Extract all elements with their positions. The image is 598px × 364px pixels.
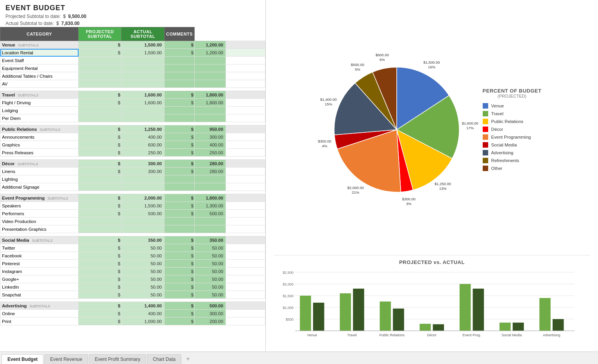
item-label[interactable]: Graphics: [0, 141, 79, 149]
item-label[interactable]: Event Staff: [0, 57, 79, 64]
legend-item-social-media: Social Media: [483, 142, 541, 148]
item-label[interactable]: Announcements: [0, 133, 79, 141]
svg-text:Event
Prog.: Event Prog.: [462, 333, 481, 337]
header-projected: PROJECTEDSUBTOTAL: [79, 27, 122, 41]
bar-actual-1[interactable]: [353, 289, 364, 331]
legend-color: [483, 111, 488, 116]
pie-subtitle: (PROJECTED): [483, 94, 542, 98]
legend-label: Venue: [491, 103, 504, 108]
item-label[interactable]: Google+: [0, 275, 79, 283]
pie-section: $1,500.0016%$1,600.0017%$1,250.0013%$300…: [274, 4, 590, 255]
svg-text:$2,500: $2,500: [283, 271, 294, 275]
svg-text:$350.00: $350.00: [318, 139, 331, 143]
bar-actual-3[interactable]: [433, 324, 444, 331]
actual-label: Actual Subtotal to date:: [5, 21, 54, 26]
bar-section: PROJECTED vs. ACTUAL $500$1,000$1,500$2,…: [274, 255, 590, 348]
svg-text:17%: 17%: [466, 125, 474, 130]
bar-projected-1[interactable]: [340, 293, 351, 331]
app-container: EVENT BUDGET Projected Subtotal to date:…: [0, 0, 598, 364]
item-label[interactable]: Print: [0, 318, 79, 325]
svg-text:Advertising: Advertising: [543, 333, 560, 337]
bar-projected-2[interactable]: [380, 302, 391, 331]
budget-table-wrap[interactable]: CATEGORY PROJECTEDSUBTOTAL ACTUALSUBTOTA…: [0, 27, 265, 352]
item-label[interactable]: Instagram: [0, 268, 79, 275]
item-label[interactable]: Linens: [0, 168, 79, 175]
item-label[interactable]: Twitter: [0, 244, 79, 252]
legend-color: [483, 103, 488, 109]
svg-text:Public
Relations: Public Relations: [379, 333, 405, 337]
pie-right: PERCENT OF BUDGET (PROJECTED) Venue Trav…: [483, 88, 542, 171]
bar-projected-4[interactable]: [460, 284, 471, 331]
item-label[interactable]: Performers: [0, 210, 79, 218]
item-label[interactable]: Flight / Driving: [0, 99, 79, 107]
projected-label: Projected Subtotal to date:: [5, 14, 61, 19]
svg-text:Venue: Venue: [307, 333, 317, 337]
svg-text:5%: 5%: [355, 67, 360, 71]
item-label[interactable]: Facebook: [0, 252, 79, 260]
legend-label: Event Programming: [491, 135, 531, 139]
bar-projected-0[interactable]: [300, 296, 311, 331]
pie-title-block: PERCENT OF BUDGET (PROJECTED): [483, 88, 542, 98]
bar-actual-0[interactable]: [313, 303, 324, 331]
svg-text:$1,500.00: $1,500.00: [423, 60, 440, 64]
item-label[interactable]: Per Diem: [0, 114, 79, 122]
tab-chart-data[interactable]: Chart Data: [147, 354, 181, 364]
item-label[interactable]: Equipment Rental: [0, 64, 79, 72]
projected-dollar: $: [63, 14, 66, 19]
tab-event-profit-summary[interactable]: Event Profit Summary: [89, 354, 146, 364]
section-name: Social Media SUBTOTALS: [0, 236, 79, 244]
svg-text:Social
Media: Social Media: [501, 333, 522, 337]
bar-projected-6[interactable]: [539, 298, 551, 331]
bar-actual-4[interactable]: [473, 289, 484, 331]
bar-actual-2[interactable]: [393, 309, 404, 331]
legend-item-public-relations: Public Relations: [483, 119, 541, 124]
pie-legend: Venue Travel Public Relations Décor Even…: [483, 103, 541, 171]
item-label[interactable]: Additional Tables / Chairs: [0, 72, 79, 80]
svg-text:15%: 15%: [325, 102, 333, 106]
item-label[interactable]: Video Production: [0, 218, 79, 225]
legend-color: [483, 127, 488, 132]
legend-color: [483, 166, 488, 171]
projected-value: 9,500.00: [68, 14, 86, 19]
tab-bar: Event BudgetEvent RevenueEvent Profit Su…: [0, 352, 598, 364]
legend-item-event-programming: Event Programming: [483, 134, 541, 140]
item-label[interactable]: Presentation Graphics: [0, 225, 79, 233]
item-label[interactable]: AV: [0, 80, 79, 88]
legend-item-advertising: Advertising: [483, 150, 541, 155]
item-label[interactable]: Speakers: [0, 202, 79, 210]
pie-container: $1,500.0016%$1,600.0017%$1,250.0013%$300…: [322, 55, 471, 204]
pie-chart-svg: $1,500.0016%$1,600.0017%$1,250.0013%$300…: [322, 55, 471, 204]
legend-item-décor: Décor: [483, 127, 541, 132]
legend-item-travel: Travel: [483, 111, 541, 116]
item-label[interactable]: Location Rental: [0, 49, 79, 57]
svg-text:3%: 3%: [406, 202, 412, 206]
header-comments: COMMENTS: [165, 27, 195, 41]
item-label[interactable]: Snapchat: [0, 291, 79, 299]
bar-projected-5[interactable]: [500, 323, 511, 331]
item-label[interactable]: LinkedIn: [0, 283, 79, 291]
svg-text:Travel: Travel: [347, 333, 357, 337]
svg-text:$300.00: $300.00: [402, 197, 415, 201]
item-label[interactable]: Press Releases: [0, 149, 79, 157]
pie-title: PERCENT OF BUDGET: [483, 88, 542, 94]
tab-add-button[interactable]: +: [182, 354, 193, 364]
item-label[interactable]: Lodging: [0, 107, 79, 114]
legend-color: [483, 150, 488, 155]
svg-text:$1,250.00: $1,250.00: [434, 182, 451, 186]
item-label[interactable]: Online: [0, 310, 79, 318]
section-name: Advertising SUBTOTALS: [0, 302, 79, 310]
tab-event-revenue[interactable]: Event Revenue: [44, 354, 88, 364]
svg-text:$1,000: $1,000: [283, 306, 294, 310]
bar-actual-6[interactable]: [553, 319, 564, 331]
item-label[interactable]: Additional Signage: [0, 183, 79, 191]
bar-actual-5[interactable]: [513, 323, 524, 331]
svg-text:$500.00: $500.00: [351, 62, 364, 66]
item-label[interactable]: Pinterest: [0, 260, 79, 268]
item-label[interactable]: Lighting: [0, 175, 79, 183]
tab-event-budget[interactable]: Event Budget: [2, 354, 43, 364]
bar-chart-svg: $500$1,000$1,500$2,000$2,500VenueTravelP…: [274, 268, 578, 346]
projected-summary-row: Projected Subtotal to date: $ 9,500.00: [0, 13, 265, 20]
bar-projected-3[interactable]: [420, 324, 431, 331]
legend-color: [483, 134, 488, 140]
svg-text:$1,400.00: $1,400.00: [320, 97, 337, 102]
